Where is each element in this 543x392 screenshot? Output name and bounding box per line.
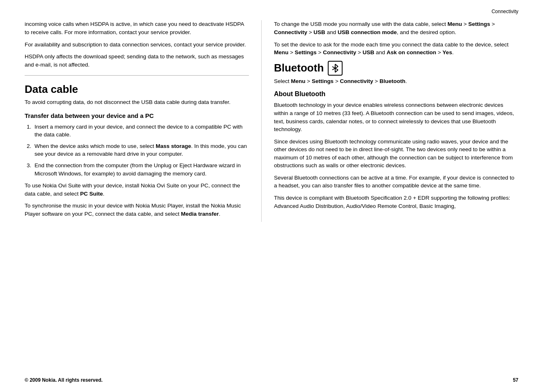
copyright: © 2009 Nokia. All rights reserved.: [25, 377, 103, 384]
usb-bold-2: USB: [363, 49, 375, 55]
transfer-data-heading: Transfer data between your device and a …: [25, 111, 249, 120]
connectivity-bold-1: Connectivity: [274, 29, 307, 35]
footer: © 2009 Nokia. All rights reserved. 57: [25, 377, 518, 384]
mass-storage-bold: Mass storage: [156, 143, 191, 149]
about-bt-para-1: Bluetooth technology in your device enab…: [274, 101, 518, 133]
page-number: 57: [513, 377, 518, 384]
transfer-steps-list: Insert a memory card in your device, and…: [33, 123, 249, 178]
step-3: End the connection from the computer (fr…: [33, 161, 249, 178]
usb-bold-1: USB: [313, 29, 325, 35]
about-bt-para-3: Several Bluetooth connections can be act…: [274, 174, 518, 190]
left-column: incoming voice calls when HSDPA is activ…: [25, 20, 262, 222]
bluetooth-bold-nav: Bluetooth: [380, 78, 405, 84]
section-divider: [25, 75, 249, 76]
menu-bold-1: Menu: [447, 21, 462, 27]
connectivity-bold-bt: Connectivity: [340, 78, 373, 84]
media-transfer-bold: Media transfer: [181, 211, 219, 217]
ask-on-connection-bold: Ask on connection: [387, 49, 436, 55]
connectivity-bold-2: Connectivity: [323, 49, 356, 55]
step-1: Insert a memory card in your device, and…: [33, 123, 249, 139]
step-2: When the device asks which mode to use, …: [33, 142, 249, 158]
bluetooth-title-row: Bluetooth: [274, 61, 518, 76]
para-hsdpa-calls: incoming voice calls when HSDPA is activ…: [25, 20, 249, 36]
para-availability: For availability and subscription to dat…: [25, 41, 249, 49]
page-header: Connectivity: [25, 8, 518, 17]
usb-connection-mode-bold: USB connection mode: [338, 29, 397, 35]
yes-bold: Yes: [442, 49, 452, 55]
data-cable-intro: To avoid corrupting data, do not disconn…: [25, 98, 249, 106]
para-usb-ask: To set the device to ask for the mode ea…: [274, 41, 518, 57]
right-column: To change the USB mode you normally use …: [262, 20, 518, 222]
about-bt-para-2: Since devices using Bluetooth technology…: [274, 138, 518, 170]
para-ovi-suite: To use Nokia Ovi Suite with your device,…: [25, 182, 249, 198]
bluetooth-heading: Bluetooth: [274, 62, 324, 74]
content-wrapper: incoming voice calls when HSDPA is activ…: [25, 20, 518, 222]
about-bt-para-4: This device is compliant with Bluetooth …: [274, 194, 518, 210]
para-hsdpa-speed: HSDPA only affects the download speed; s…: [25, 53, 249, 69]
menu-bold-2: Menu: [274, 49, 288, 55]
settings-bold-2: Settings: [295, 49, 317, 55]
page: Connectivity incoming voice calls when H…: [0, 0, 543, 392]
connectivity-title: Connectivity: [492, 9, 518, 14]
settings-bold-1: Settings: [468, 21, 490, 27]
para-usb-change: To change the USB mode you normally use …: [274, 20, 518, 36]
pc-suite-bold: PC Suite: [80, 191, 103, 197]
para-music-player: To synchronise the music in your device …: [25, 202, 249, 218]
data-cable-heading: Data cable: [25, 83, 249, 96]
settings-bold-bt: Settings: [312, 78, 334, 84]
bluetooth-nav: Select Menu > Settings > Connectivity > …: [274, 77, 518, 85]
menu-bold-bt: Menu: [291, 78, 305, 84]
bluetooth-icon: [328, 61, 343, 76]
about-bluetooth-heading: About Bluetooth: [274, 89, 518, 99]
svg-line-1: [335, 64, 338, 67]
svg-line-3: [335, 70, 338, 72]
